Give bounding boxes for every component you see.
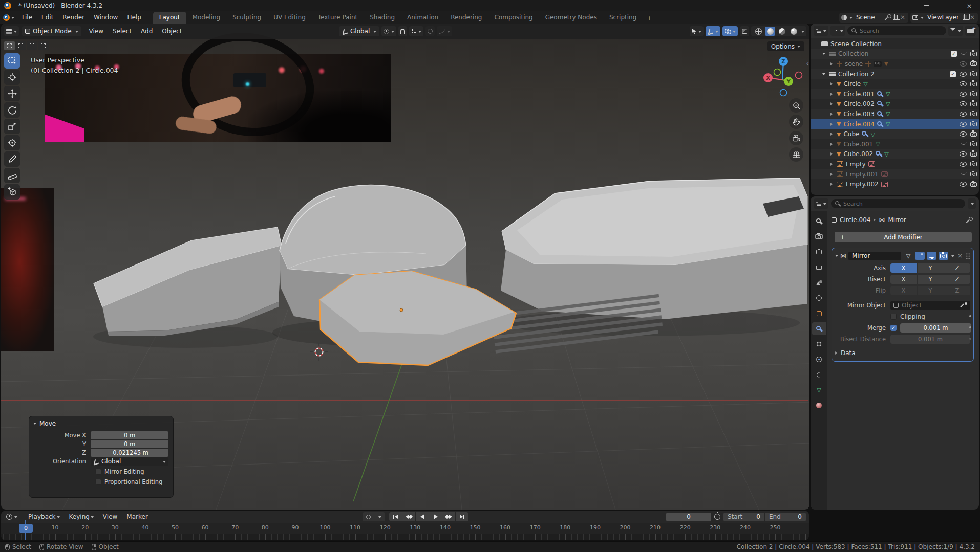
bisect-z-button[interactable]: Z	[944, 275, 970, 284]
disclosure-arrow[interactable]	[829, 93, 834, 96]
mirror-object-field[interactable]: Object	[890, 301, 970, 310]
move-operator-panel[interactable]: Move Move X0 mY0 mZ-0.021245 m Orientati…	[29, 416, 174, 498]
zoom-button[interactable]	[789, 98, 803, 113]
outliner-row-empty-001[interactable]: Empty.001	[811, 169, 979, 180]
properties-tab-render[interactable]	[812, 230, 826, 243]
3d-viewport[interactable]: Object Mode ViewSelectAddObject Global	[1, 24, 809, 510]
properties-search-input[interactable]	[843, 201, 961, 207]
disclosure-arrow[interactable]	[821, 53, 826, 55]
timeline-menu-playback[interactable]: Playback	[24, 512, 65, 522]
move-panel-header[interactable]: Move	[33, 419, 169, 428]
outliner-row-cube-002[interactable]: ▼Cube.002▽	[811, 149, 979, 160]
hide-in-viewport-toggle[interactable]	[960, 122, 967, 127]
outliner-row-circle[interactable]: ▼Circle▽	[811, 79, 979, 89]
camera-view-button[interactable]	[789, 131, 803, 145]
orientation-dropdown[interactable]: Global	[91, 457, 168, 466]
hide-in-viewport-toggle[interactable]	[960, 61, 967, 67]
properties-tab-tool[interactable]	[812, 215, 826, 228]
workspace-tab-geometry-nodes[interactable]: Geometry Nodes	[539, 12, 603, 24]
axis-y-handle[interactable]: Y	[784, 77, 793, 86]
timeline-menu-view[interactable]: View	[98, 512, 122, 522]
jump-to-end-button[interactable]	[456, 512, 468, 521]
outliner-row-cube-001[interactable]: ▼Cube.001▽	[811, 139, 979, 149]
modifier-name-field[interactable]: Mirror	[848, 252, 901, 260]
tool-scale[interactable]	[4, 119, 20, 134]
tool-annotate[interactable]	[4, 151, 20, 167]
disclosure-arrow[interactable]	[829, 133, 834, 136]
add-modifier-button[interactable]: + Add Modifier	[835, 232, 972, 242]
merge-checkbox[interactable]: ✓	[890, 325, 897, 331]
viewport-menu-object[interactable]: Object	[157, 26, 186, 36]
outliner-search[interactable]	[847, 26, 946, 35]
snapping-dropdown[interactable]	[409, 26, 423, 36]
play-button[interactable]	[429, 512, 442, 521]
blender-app-menu[interactable]	[0, 14, 17, 21]
timeline-ruler[interactable]: 0 10203040506070809010011012013014015016…	[1, 523, 809, 534]
region-collapse-arrow[interactable]: ‹	[806, 59, 809, 68]
outliner-row-circle-001[interactable]: ▼Circle.001▽	[811, 89, 979, 99]
jump-to-next-keyframe-button[interactable]	[442, 512, 455, 521]
new-workspace-button[interactable]: +	[643, 13, 656, 24]
disclosure-arrow[interactable]	[829, 143, 834, 146]
delete-modifier-button[interactable]: ×	[956, 252, 964, 259]
frame-end-field[interactable]: End 0	[765, 513, 806, 521]
workspace-tab-shading[interactable]: Shading	[364, 12, 401, 24]
shading-wireframe-button[interactable]	[753, 27, 763, 36]
disable-in-renders-toggle[interactable]	[970, 142, 977, 146]
workspace-tab-compositing[interactable]: Compositing	[488, 12, 539, 24]
axis-y-button[interactable]: Y	[918, 263, 944, 273]
outliner-item-label[interactable]: Scene Collection	[830, 40, 882, 48]
tool-select-box[interactable]	[4, 53, 20, 69]
outliner-row-scene[interactable]: scene99▼	[811, 59, 979, 69]
minimize-button[interactable]	[915, 0, 937, 11]
disable-in-renders-toggle[interactable]	[970, 122, 977, 126]
display-mode-dropdown[interactable]	[814, 26, 828, 36]
timeline-menu-marker[interactable]: Marker	[122, 512, 152, 522]
disable-in-renders-toggle[interactable]	[970, 61, 977, 66]
current-frame-field[interactable]: 0	[666, 513, 711, 521]
hide-in-viewport-toggle[interactable]	[960, 131, 967, 137]
disclosure-arrow[interactable]	[829, 173, 834, 176]
disable-in-renders-toggle[interactable]	[970, 102, 977, 106]
exclude-checkbox[interactable]: ✓	[950, 71, 956, 77]
axis-neg-y-handle[interactable]	[774, 69, 781, 76]
move-field-value[interactable]: 0 m	[91, 431, 168, 439]
tool-measure[interactable]	[4, 168, 20, 183]
clipping-checkbox[interactable]	[890, 314, 897, 320]
properties-tab-object-data[interactable]: ▽	[812, 384, 826, 396]
properties-tab-world[interactable]	[812, 292, 826, 304]
outliner-item-label[interactable]: Circle.004	[843, 121, 874, 128]
exclude-checkbox[interactable]: ✓	[951, 51, 957, 57]
proportional-editing-toggle[interactable]	[425, 26, 435, 36]
remove-viewlayer-button[interactable]: ×	[969, 14, 976, 21]
workspace-tab-scripting[interactable]: Scripting	[603, 12, 643, 24]
jump-to-prev-keyframe-button[interactable]	[402, 512, 415, 521]
bisect-distance-field[interactable]: 0.001 m	[890, 335, 970, 344]
axis-z-handle[interactable]: Z	[779, 57, 788, 66]
disable-in-renders-toggle[interactable]	[970, 92, 977, 96]
show-gizmos-dropdown[interactable]	[706, 26, 720, 36]
properties-tab-particles[interactable]	[812, 338, 826, 350]
shading-solid-button[interactable]	[765, 27, 775, 36]
workspace-tab-modeling[interactable]: Modeling	[186, 12, 227, 24]
properties-tab-material[interactable]	[812, 399, 826, 412]
disable-in-renders-toggle[interactable]	[970, 112, 977, 116]
scene-selector[interactable]: Scene ×	[839, 13, 908, 23]
menu-file[interactable]: File	[17, 12, 37, 23]
filter-dropdown[interactable]	[948, 26, 963, 36]
disclosure-arrow[interactable]	[829, 152, 834, 156]
unlink-scene-button[interactable]: ×	[899, 14, 906, 21]
properties-tab-scene[interactable]	[812, 276, 826, 289]
editor-type-button[interactable]	[814, 198, 828, 209]
select-mode-intersect-button[interactable]	[38, 41, 49, 50]
tool-rotate[interactable]	[4, 102, 20, 118]
axis-x-handle[interactable]: X	[763, 73, 773, 82]
axis-neg-x-handle[interactable]	[796, 72, 802, 79]
orthographic-grid-button[interactable]	[789, 147, 803, 162]
hide-in-viewport-toggle[interactable]	[960, 112, 967, 117]
disclosure-arrow[interactable]	[829, 183, 834, 186]
hide-in-viewport-toggle[interactable]	[960, 182, 967, 187]
disable-in-renders-toggle[interactable]	[970, 52, 977, 56]
outliner-row-empty-002[interactable]: Empty.002	[811, 179, 979, 189]
auto-keying-toggle[interactable]	[363, 512, 374, 521]
